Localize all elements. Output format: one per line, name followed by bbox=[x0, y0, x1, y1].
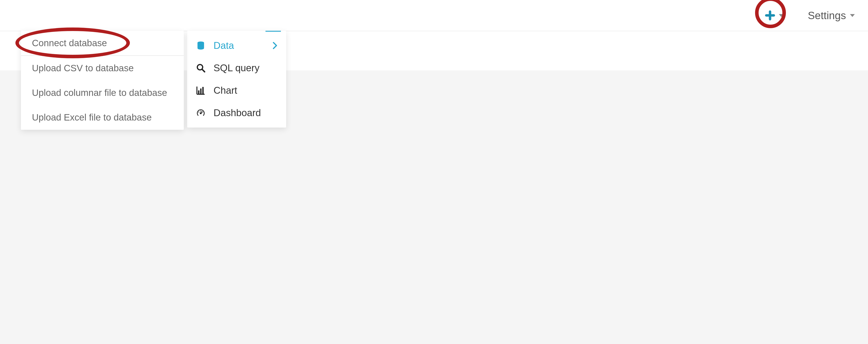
svg-point-1 bbox=[197, 42, 204, 44]
plus-icon bbox=[764, 10, 776, 21]
menu-item-sql-query[interactable]: SQL query bbox=[187, 57, 286, 79]
menu-item-dashboard[interactable]: Dashboard bbox=[187, 102, 286, 124]
menu-item-label: Data bbox=[214, 40, 265, 51]
dashboard-gauge-icon bbox=[196, 108, 206, 118]
svg-rect-8 bbox=[202, 87, 204, 94]
submenu-item-label: Connect database bbox=[32, 38, 107, 48]
settings-dropdown[interactable]: Settings bbox=[808, 9, 855, 22]
chevron-right-icon bbox=[273, 42, 277, 49]
submenu-item-upload-excel[interactable]: Upload Excel file to database bbox=[21, 105, 184, 130]
data-submenu: Connect database Upload CSV to database … bbox=[21, 31, 184, 130]
menu-item-data[interactable]: Data bbox=[187, 34, 286, 57]
add-new-menu: Data SQL query Chart bbox=[187, 31, 286, 128]
caret-down-icon bbox=[850, 14, 855, 17]
svg-rect-6 bbox=[198, 91, 199, 94]
svg-line-3 bbox=[202, 69, 205, 72]
search-icon bbox=[196, 63, 206, 73]
submenu-item-label: Upload CSV to database bbox=[32, 63, 134, 73]
menu-item-label: Dashboard bbox=[214, 107, 277, 118]
bar-chart-icon bbox=[196, 85, 206, 95]
svg-point-12 bbox=[200, 111, 201, 111]
submenu-item-connect-database[interactable]: Connect database bbox=[21, 31, 184, 56]
svg-point-11 bbox=[202, 111, 203, 112]
submenu-item-upload-csv[interactable]: Upload CSV to database bbox=[21, 56, 184, 80]
menu-item-label: Chart bbox=[214, 85, 277, 96]
menu-item-chart[interactable]: Chart bbox=[187, 79, 286, 102]
submenu-item-label: Upload columnar file to database bbox=[32, 88, 167, 98]
menu-item-label: SQL query bbox=[214, 63, 277, 73]
svg-rect-7 bbox=[200, 89, 202, 94]
database-icon bbox=[196, 41, 206, 50]
submenu-item-label: Upload Excel file to database bbox=[32, 112, 152, 123]
svg-point-10 bbox=[198, 111, 199, 112]
settings-label: Settings bbox=[808, 9, 846, 22]
caret-down-icon bbox=[779, 14, 784, 17]
submenu-item-upload-columnar[interactable]: Upload columnar file to database bbox=[21, 80, 184, 105]
top-bar: Settings bbox=[0, 0, 868, 31]
add-new-dropdown[interactable] bbox=[764, 10, 784, 21]
